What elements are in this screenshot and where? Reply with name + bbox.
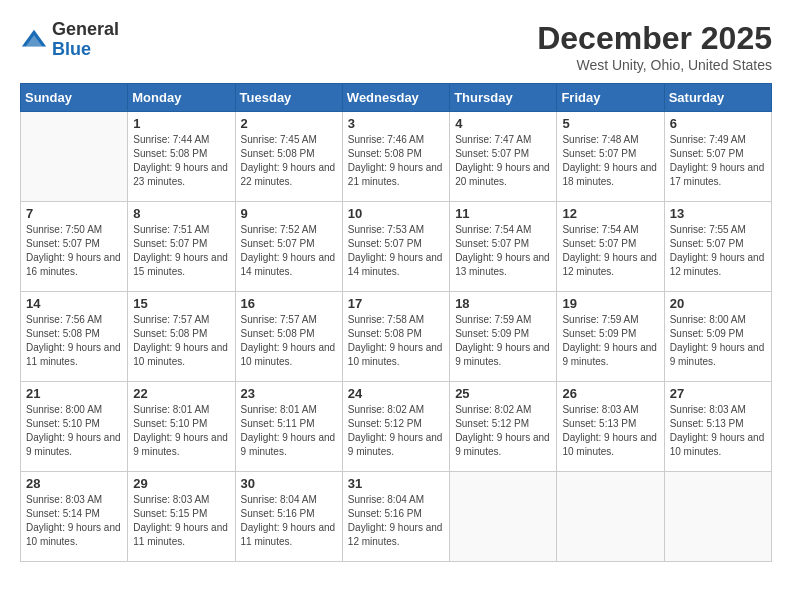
logo-icon: [20, 26, 48, 54]
day-info: Sunrise: 8:03 AMSunset: 5:13 PMDaylight:…: [562, 403, 658, 459]
day-number: 5: [562, 116, 658, 131]
day-info: Sunrise: 7:50 AMSunset: 5:07 PMDaylight:…: [26, 223, 122, 279]
day-number: 20: [670, 296, 766, 311]
header-sunday: Sunday: [21, 84, 128, 112]
week-row-5: 28Sunrise: 8:03 AMSunset: 5:14 PMDayligh…: [21, 472, 772, 562]
day-cell: 10Sunrise: 7:53 AMSunset: 5:07 PMDayligh…: [342, 202, 449, 292]
day-cell: 27Sunrise: 8:03 AMSunset: 5:13 PMDayligh…: [664, 382, 771, 472]
day-number: 7: [26, 206, 122, 221]
day-info: Sunrise: 7:55 AMSunset: 5:07 PMDaylight:…: [670, 223, 766, 279]
day-info: Sunrise: 7:46 AMSunset: 5:08 PMDaylight:…: [348, 133, 444, 189]
day-number: 30: [241, 476, 337, 491]
week-row-3: 14Sunrise: 7:56 AMSunset: 5:08 PMDayligh…: [21, 292, 772, 382]
day-info: Sunrise: 8:00 AMSunset: 5:09 PMDaylight:…: [670, 313, 766, 369]
day-number: 2: [241, 116, 337, 131]
page-header: General Blue December 2025 West Unity, O…: [20, 20, 772, 73]
day-number: 6: [670, 116, 766, 131]
day-number: 27: [670, 386, 766, 401]
day-info: Sunrise: 8:02 AMSunset: 5:12 PMDaylight:…: [455, 403, 551, 459]
day-cell: 25Sunrise: 8:02 AMSunset: 5:12 PMDayligh…: [450, 382, 557, 472]
day-number: 25: [455, 386, 551, 401]
header-saturday: Saturday: [664, 84, 771, 112]
day-number: 3: [348, 116, 444, 131]
day-cell: 16Sunrise: 7:57 AMSunset: 5:08 PMDayligh…: [235, 292, 342, 382]
day-cell: 24Sunrise: 8:02 AMSunset: 5:12 PMDayligh…: [342, 382, 449, 472]
day-cell: 23Sunrise: 8:01 AMSunset: 5:11 PMDayligh…: [235, 382, 342, 472]
week-row-4: 21Sunrise: 8:00 AMSunset: 5:10 PMDayligh…: [21, 382, 772, 472]
day-cell: [450, 472, 557, 562]
day-info: Sunrise: 7:49 AMSunset: 5:07 PMDaylight:…: [670, 133, 766, 189]
day-info: Sunrise: 8:04 AMSunset: 5:16 PMDaylight:…: [348, 493, 444, 549]
day-number: 1: [133, 116, 229, 131]
header-wednesday: Wednesday: [342, 84, 449, 112]
day-cell: 7Sunrise: 7:50 AMSunset: 5:07 PMDaylight…: [21, 202, 128, 292]
day-info: Sunrise: 8:03 AMSunset: 5:15 PMDaylight:…: [133, 493, 229, 549]
day-number: 21: [26, 386, 122, 401]
calendar: SundayMondayTuesdayWednesdayThursdayFrid…: [20, 83, 772, 562]
day-number: 14: [26, 296, 122, 311]
day-info: Sunrise: 7:51 AMSunset: 5:07 PMDaylight:…: [133, 223, 229, 279]
header-friday: Friday: [557, 84, 664, 112]
day-cell: 29Sunrise: 8:03 AMSunset: 5:15 PMDayligh…: [128, 472, 235, 562]
day-cell: 14Sunrise: 7:56 AMSunset: 5:08 PMDayligh…: [21, 292, 128, 382]
day-cell: 18Sunrise: 7:59 AMSunset: 5:09 PMDayligh…: [450, 292, 557, 382]
day-number: 23: [241, 386, 337, 401]
day-number: 22: [133, 386, 229, 401]
days-header-row: SundayMondayTuesdayWednesdayThursdayFrid…: [21, 84, 772, 112]
day-number: 26: [562, 386, 658, 401]
day-cell: 19Sunrise: 7:59 AMSunset: 5:09 PMDayligh…: [557, 292, 664, 382]
day-cell: 2Sunrise: 7:45 AMSunset: 5:08 PMDaylight…: [235, 112, 342, 202]
week-row-2: 7Sunrise: 7:50 AMSunset: 5:07 PMDaylight…: [21, 202, 772, 292]
day-info: Sunrise: 8:04 AMSunset: 5:16 PMDaylight:…: [241, 493, 337, 549]
day-cell: [21, 112, 128, 202]
day-info: Sunrise: 7:54 AMSunset: 5:07 PMDaylight:…: [455, 223, 551, 279]
header-thursday: Thursday: [450, 84, 557, 112]
day-number: 19: [562, 296, 658, 311]
day-cell: 5Sunrise: 7:48 AMSunset: 5:07 PMDaylight…: [557, 112, 664, 202]
day-cell: 22Sunrise: 8:01 AMSunset: 5:10 PMDayligh…: [128, 382, 235, 472]
logo-blue: Blue: [52, 39, 91, 59]
day-number: 29: [133, 476, 229, 491]
day-number: 13: [670, 206, 766, 221]
day-number: 12: [562, 206, 658, 221]
day-cell: 1Sunrise: 7:44 AMSunset: 5:08 PMDaylight…: [128, 112, 235, 202]
day-cell: 12Sunrise: 7:54 AMSunset: 5:07 PMDayligh…: [557, 202, 664, 292]
day-cell: 9Sunrise: 7:52 AMSunset: 5:07 PMDaylight…: [235, 202, 342, 292]
day-info: Sunrise: 8:00 AMSunset: 5:10 PMDaylight:…: [26, 403, 122, 459]
day-cell: 11Sunrise: 7:54 AMSunset: 5:07 PMDayligh…: [450, 202, 557, 292]
day-cell: 3Sunrise: 7:46 AMSunset: 5:08 PMDaylight…: [342, 112, 449, 202]
month-title: December 2025: [537, 20, 772, 57]
day-cell: 13Sunrise: 7:55 AMSunset: 5:07 PMDayligh…: [664, 202, 771, 292]
day-info: Sunrise: 8:03 AMSunset: 5:14 PMDaylight:…: [26, 493, 122, 549]
logo: General Blue: [20, 20, 119, 60]
day-cell: 20Sunrise: 8:00 AMSunset: 5:09 PMDayligh…: [664, 292, 771, 382]
day-cell: 31Sunrise: 8:04 AMSunset: 5:16 PMDayligh…: [342, 472, 449, 562]
day-info: Sunrise: 7:52 AMSunset: 5:07 PMDaylight:…: [241, 223, 337, 279]
day-info: Sunrise: 7:57 AMSunset: 5:08 PMDaylight:…: [241, 313, 337, 369]
day-info: Sunrise: 8:01 AMSunset: 5:10 PMDaylight:…: [133, 403, 229, 459]
day-number: 18: [455, 296, 551, 311]
day-info: Sunrise: 8:01 AMSunset: 5:11 PMDaylight:…: [241, 403, 337, 459]
day-info: Sunrise: 8:03 AMSunset: 5:13 PMDaylight:…: [670, 403, 766, 459]
day-cell: 21Sunrise: 8:00 AMSunset: 5:10 PMDayligh…: [21, 382, 128, 472]
day-cell: 6Sunrise: 7:49 AMSunset: 5:07 PMDaylight…: [664, 112, 771, 202]
day-number: 11: [455, 206, 551, 221]
location: West Unity, Ohio, United States: [537, 57, 772, 73]
day-number: 4: [455, 116, 551, 131]
header-tuesday: Tuesday: [235, 84, 342, 112]
day-number: 10: [348, 206, 444, 221]
day-info: Sunrise: 8:02 AMSunset: 5:12 PMDaylight:…: [348, 403, 444, 459]
day-info: Sunrise: 7:54 AMSunset: 5:07 PMDaylight:…: [562, 223, 658, 279]
logo-general: General: [52, 19, 119, 39]
day-info: Sunrise: 7:53 AMSunset: 5:07 PMDaylight:…: [348, 223, 444, 279]
day-number: 8: [133, 206, 229, 221]
day-cell: [664, 472, 771, 562]
day-number: 16: [241, 296, 337, 311]
day-number: 24: [348, 386, 444, 401]
logo-text: General Blue: [52, 20, 119, 60]
day-cell: 15Sunrise: 7:57 AMSunset: 5:08 PMDayligh…: [128, 292, 235, 382]
day-info: Sunrise: 7:57 AMSunset: 5:08 PMDaylight:…: [133, 313, 229, 369]
day-info: Sunrise: 7:59 AMSunset: 5:09 PMDaylight:…: [455, 313, 551, 369]
day-cell: 26Sunrise: 8:03 AMSunset: 5:13 PMDayligh…: [557, 382, 664, 472]
day-cell: [557, 472, 664, 562]
